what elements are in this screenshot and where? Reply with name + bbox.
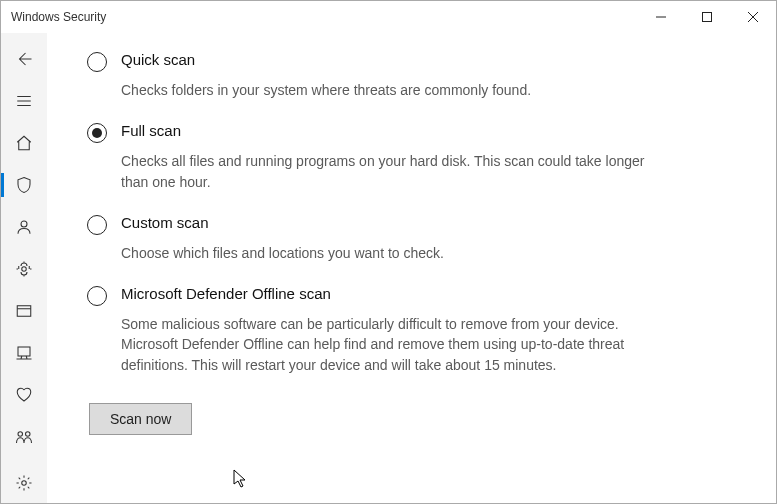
sidebar (1, 33, 47, 503)
device-icon (15, 344, 33, 362)
sidebar-item-account-protection[interactable] (1, 207, 47, 247)
option-description: Choose which files and locations you wan… (121, 243, 661, 263)
minimize-icon (656, 12, 666, 22)
option-description: Some malicious software can be particula… (121, 314, 661, 375)
svg-point-5 (18, 432, 23, 437)
svg-point-2 (22, 267, 27, 272)
gear-icon (15, 474, 33, 492)
option-description: Checks folders in your system where thre… (121, 80, 661, 100)
family-icon (15, 428, 33, 446)
radio-icon (87, 215, 107, 235)
window-body: Quick scan Checks folders in your system… (1, 33, 776, 503)
option-full-scan[interactable]: Full scan (87, 122, 736, 143)
option-offline-scan[interactable]: Microsoft Defender Offline scan (87, 285, 736, 306)
svg-point-6 (26, 432, 31, 437)
radio-icon (87, 286, 107, 306)
sidebar-item-app-browser-control[interactable] (1, 291, 47, 331)
home-icon (15, 134, 33, 152)
caption-buttons (638, 1, 776, 33)
scan-options-scroll[interactable]: Quick scan Checks folders in your system… (47, 33, 776, 503)
option-title: Full scan (121, 122, 181, 139)
person-icon (15, 218, 33, 236)
back-arrow-icon (15, 50, 33, 68)
sidebar-item-family-options[interactable] (1, 417, 47, 457)
back-button[interactable] (1, 39, 47, 79)
option-description: Checks all files and running programs on… (121, 151, 661, 192)
heart-icon (15, 386, 33, 404)
svg-point-1 (21, 221, 27, 227)
svg-point-7 (22, 481, 27, 486)
menu-button[interactable] (1, 81, 47, 121)
app-window-icon (15, 302, 33, 320)
shield-icon (15, 176, 33, 194)
window-title: Windows Security (11, 10, 106, 24)
sidebar-item-device-performance[interactable] (1, 375, 47, 415)
windows-security-window: Windows Security (0, 0, 777, 504)
sidebar-item-device-security[interactable] (1, 333, 47, 373)
sidebar-item-settings[interactable] (1, 463, 47, 503)
minimize-button[interactable] (638, 1, 684, 33)
svg-rect-3 (17, 306, 31, 317)
maximize-icon (702, 12, 712, 22)
option-title: Microsoft Defender Offline scan (121, 285, 331, 302)
sidebar-item-home[interactable] (1, 123, 47, 163)
network-icon (15, 260, 33, 278)
content-area: Quick scan Checks folders in your system… (47, 33, 776, 503)
sidebar-item-virus-protection[interactable] (1, 165, 47, 205)
scan-now-button[interactable]: Scan now (89, 403, 192, 435)
svg-rect-0 (703, 13, 712, 22)
svg-rect-4 (18, 347, 30, 356)
sidebar-item-firewall[interactable] (1, 249, 47, 289)
close-icon (748, 12, 758, 22)
option-title: Custom scan (121, 214, 209, 231)
radio-icon (87, 123, 107, 143)
option-quick-scan[interactable]: Quick scan (87, 51, 736, 72)
hamburger-icon (15, 92, 33, 110)
radio-icon (87, 52, 107, 72)
option-title: Quick scan (121, 51, 195, 68)
option-custom-scan[interactable]: Custom scan (87, 214, 736, 235)
close-button[interactable] (730, 1, 776, 33)
titlebar: Windows Security (1, 1, 776, 33)
maximize-button[interactable] (684, 1, 730, 33)
